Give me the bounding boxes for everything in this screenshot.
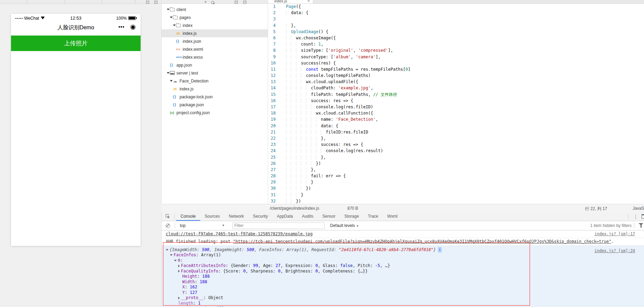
- code-line[interactable]: 24 console.log(res.result): [268, 148, 644, 154]
- expand-arrow-icon[interactable]: [178, 297, 180, 299]
- code-line[interactable]: 19 name: 'Face_Detection',: [268, 116, 644, 122]
- clear-console-icon[interactable]: [166, 224, 170, 228]
- code-line[interactable]: 32 }): [268, 198, 644, 204]
- collapse-panel-icon[interactable]: [235, 1, 238, 4]
- code-line[interactable]: 29 }: [268, 179, 644, 185]
- object-preview-line[interactable]: {ImageWidth: 500, ImageHeight: 500, Face…: [166, 247, 644, 252]
- code-line[interactable]: 5 UploadImage() {: [268, 29, 644, 35]
- filter-funnel-icon[interactable]: [638, 223, 643, 225]
- tree-item-index.js[interactable]: JSindex.js: [162, 29, 268, 37]
- code-line[interactable]: 14 cloudPath: 'example.jpg',: [268, 85, 644, 91]
- tree-item-app.json[interactable]: {}app.json: [162, 61, 268, 69]
- upload-photo-button[interactable]: 上传照片: [11, 36, 141, 51]
- code-line[interactable]: 11 const tempFilePaths = res.tempFilePat…: [268, 66, 644, 72]
- inspect-element-icon[interactable]: [165, 214, 170, 220]
- tree-item-package.json[interactable]: {}package.json: [162, 101, 268, 109]
- close-icon[interactable]: ✕: [307, 0, 310, 3]
- expand-arrow-icon[interactable]: [167, 9, 170, 10]
- code-line[interactable]: 17 console.log(res.fileID): [268, 104, 644, 110]
- exit-target-icon[interactable]: ◉: [130, 23, 136, 30]
- add-file-icon[interactable]: +: [204, 0, 206, 3]
- tree-item-index.wxml[interactable]: <>index.wxml: [162, 45, 268, 53]
- tree-item-index[interactable]: index: [162, 21, 268, 29]
- layout-toggle-icon[interactable]: [243, 1, 246, 4]
- expand-arrow-icon[interactable]: [173, 24, 176, 26]
- code-area[interactable]: 1Page({2 data: {34 },5 UploadImage() {6 …: [268, 3, 644, 204]
- code-line[interactable]: 22 },: [268, 135, 644, 141]
- object-tree-row[interactable]: Height: 188: [166, 274, 644, 279]
- source-link[interactable]: index.js? [sm]:24: [594, 248, 635, 254]
- devtools-tab-appdata[interactable]: AppData: [272, 212, 297, 221]
- code-line[interactable]: 10 success(res) {: [268, 60, 644, 66]
- source-link[interactable]: index.js? [sm]:17: [594, 231, 635, 237]
- tree-item-package-lock.json[interactable]: {}package-lock.json: [162, 93, 268, 101]
- devtools-tab-storage[interactable]: Storage: [340, 212, 364, 221]
- expand-arrow-icon[interactable]: [170, 254, 173, 256]
- expand-arrow-icon[interactable]: [178, 265, 180, 267]
- kebab-menu-icon[interactable]: ⋮: [630, 214, 642, 219]
- context-selector[interactable]: top▼: [178, 222, 226, 229]
- filter-input[interactable]: [232, 222, 325, 229]
- expand-arrow-icon[interactable]: [174, 260, 177, 261]
- code-line[interactable]: 15 filePath: tempFilePaths, // 文件路径: [268, 91, 644, 98]
- code-line[interactable]: 28 fail: err => {: [268, 173, 644, 179]
- info-badge-icon[interactable]: i: [438, 247, 442, 252]
- devtools-tab-audits[interactable]: Audits: [297, 212, 318, 221]
- object-tree-row[interactable]: Width: 188: [166, 279, 644, 285]
- devtools-tab-console[interactable]: Console: [176, 212, 200, 221]
- expand-arrow-icon[interactable]: [170, 80, 173, 82]
- dock-side-icon[interactable]: [642, 214, 644, 219]
- devtools-tab-trace[interactable]: Trace: [364, 212, 383, 221]
- tree-item-server-test[interactable]: server | test: [162, 69, 268, 77]
- expand-arrow-icon[interactable]: [170, 17, 173, 18]
- code-line[interactable]: 2 data: {: [268, 10, 644, 16]
- code-line[interactable]: 7 count: 1,: [268, 41, 644, 47]
- code-line[interactable]: 30 }): [268, 185, 644, 191]
- code-line[interactable]: 31 }: [268, 192, 644, 198]
- devtools-tab-security[interactable]: Security: [248, 212, 272, 221]
- code-line[interactable]: 25 },: [268, 154, 644, 160]
- devtools-tab-wxml[interactable]: Wxml: [383, 212, 402, 221]
- code-line[interactable]: 4 },: [268, 22, 644, 29]
- code-line[interactable]: 27 },: [268, 167, 644, 173]
- expand-arrow-icon[interactable]: [167, 72, 170, 74]
- code-line[interactable]: 16 success: res => {: [268, 98, 644, 104]
- code-line[interactable]: 26 }): [268, 160, 644, 167]
- tree-item-client[interactable]: client: [162, 6, 268, 13]
- search-icon[interactable]: [211, 1, 214, 4]
- log-levels-dropdown[interactable]: Default levels ▼: [330, 223, 359, 228]
- tree-item-index.js[interactable]: JSindex.js: [162, 85, 268, 93]
- tree-item-project.config.json[interactable]: {o}project.config.json: [162, 109, 268, 117]
- tree-item-index.wxss[interactable]: wxssindex.wxss: [162, 53, 268, 61]
- tree-item-Face-Detection[interactable]: ☁Face_Detection: [162, 77, 268, 85]
- object-tree-row[interactable]: FaceInfos: Array(1): [166, 252, 644, 258]
- code-line[interactable]: 21 fileID:res.fileID: [268, 129, 644, 135]
- code-line[interactable]: 6 wx.chooseImage({: [268, 35, 644, 41]
- cursor-tool-icon[interactable]: [146, 1, 149, 4]
- object-tree-row[interactable]: FaceQualityInfo: {Score: 0, Sharpness: 0…: [166, 269, 644, 274]
- object-tree-row[interactable]: length: 1: [166, 301, 644, 306]
- object-tree-row[interactable]: X: 162: [166, 285, 644, 290]
- code-line[interactable]: 20 data: {: [268, 123, 644, 129]
- code-line[interactable]: 12 console.log(tempFilePaths): [268, 72, 644, 79]
- devtools-tab-network[interactable]: Network: [224, 212, 248, 221]
- code-line[interactable]: 9 sourceType: ['album', 'camera'],: [268, 54, 644, 60]
- code-line[interactable]: 8 sizeType: ['original', 'compressed'],: [268, 47, 644, 53]
- code-line[interactable]: 3: [268, 16, 644, 22]
- code-line[interactable]: 23 success: res => {: [268, 141, 644, 148]
- devtools-tab-sources[interactable]: Sources: [200, 212, 224, 221]
- object-tree-row[interactable]: Y: 127: [166, 290, 644, 296]
- collapse-arrow-icon[interactable]: [166, 249, 168, 251]
- tab-index-js[interactable]: index.js ✕: [268, 0, 313, 3]
- tree-item-index.json[interactable]: {}index.json: [162, 37, 268, 45]
- object-tree-row[interactable]: __proto__: Object: [166, 295, 644, 301]
- object-tree-row[interactable]: FaceAttributesInfo: {Gender: 99, Age: 27…: [166, 263, 644, 269]
- code-line[interactable]: 18 wx.cloud.callFunction({: [268, 110, 644, 116]
- expand-arrow-icon[interactable]: [178, 270, 180, 273]
- code-line[interactable]: 1Page({: [268, 3, 644, 10]
- document-tool-icon[interactable]: [154, 1, 157, 4]
- more-menu-icon[interactable]: •••: [119, 24, 125, 30]
- tree-item-pages[interactable]: pages: [162, 13, 268, 21]
- code-line[interactable]: 13 wx.cloud.uploadFile({: [268, 79, 644, 85]
- object-tree-row[interactable]: 0:: [166, 258, 644, 264]
